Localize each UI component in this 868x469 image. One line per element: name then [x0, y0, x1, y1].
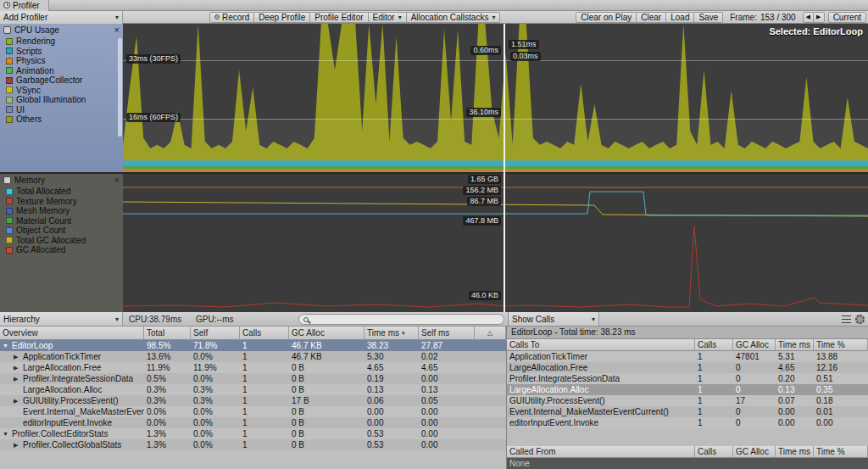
profile-editor-label: Profile Editor [314, 13, 363, 22]
column-header[interactable]: Self ms [419, 327, 475, 340]
previous-frame-button[interactable]: ◀ [803, 12, 814, 23]
legend-label: Rendering [16, 36, 55, 46]
column-header[interactable]: Time ms▾ [364, 327, 419, 340]
row-value: 0.00 [776, 417, 814, 428]
legend-item[interactable]: VSync [0, 86, 123, 96]
column-header[interactable]: Calls [695, 446, 733, 458]
table-row[interactable]: ▶ApplicationTickTimer13.6%0.0%146.7 KB5.… [0, 351, 506, 362]
profile-editor-button[interactable]: Profile Editor [310, 12, 368, 23]
frame-value[interactable]: 153 / 300 [760, 13, 796, 22]
column-header[interactable]: GC Alloc [733, 339, 776, 351]
search-box[interactable] [298, 314, 504, 325]
fold-arrow-icon[interactable]: ▼ [3, 340, 12, 351]
row-name: ApplicationTickTimer [507, 351, 695, 362]
column-header[interactable]: Time ms [776, 446, 814, 458]
sliders-icon[interactable] [842, 315, 851, 323]
table-row[interactable]: ▶Profiler.IntegrateSessionData0.5%0.0%10… [0, 373, 506, 384]
fold-arrow-icon[interactable]: ▼ [3, 428, 12, 439]
legend-item[interactable]: Physics [0, 56, 123, 66]
save-button[interactable]: Save [694, 12, 723, 23]
row-value: 0.05 [419, 395, 475, 406]
load-button[interactable]: Load [666, 12, 694, 23]
cpu-chart[interactable]: Selected: EditorLoop 33ms (30FPS)16ms (6… [123, 24, 868, 174]
detail-row[interactable]: None [507, 458, 868, 469]
table-row[interactable]: ▼EditorLoop98.5%71.8%146.7 KB38.2327.87 [0, 340, 506, 351]
legend-label: GarbageCollector [16, 75, 82, 85]
allocation-callstacks-dropdown[interactable]: Allocation Callstacks ▾ [407, 12, 501, 23]
table-row[interactable]: editorInputEvent.Invoke0.0%0.0%10 B0.000… [0, 417, 506, 428]
column-header[interactable]: Calls [240, 327, 289, 340]
column-header[interactable]: Total [144, 327, 191, 340]
clear-on-play-button[interactable]: Clear on Play [576, 12, 637, 23]
close-icon[interactable]: × [114, 176, 120, 185]
legend-item[interactable]: GC Allocated [0, 245, 123, 255]
column-header[interactable]: GC Alloc [289, 327, 364, 340]
legend-item[interactable]: Material Count [0, 216, 123, 226]
table-row[interactable]: ▶LargeAllocation.Free11.9%11.9%10 B4.654… [0, 362, 506, 373]
search-input[interactable] [311, 315, 499, 324]
detail-row[interactable]: editorInputEvent.Invoke100.000.00 [507, 417, 868, 428]
table-row[interactable]: Event.Internal_MakeMasterEventCurrent()0… [0, 406, 506, 417]
gear-icon[interactable] [855, 315, 865, 324]
row-warn [475, 340, 506, 351]
cpu-chart-band [123, 119, 868, 172]
memory-panel[interactable]: Memory × Total AllocatedTexture MemoryMe… [0, 174, 123, 312]
column-header[interactable]: Time ms [776, 339, 814, 351]
legend-item[interactable]: Rendering [0, 36, 123, 47]
legend-item[interactable]: Animation [0, 66, 123, 76]
detail-row[interactable]: GUIUtility.ProcessEvent()1170.070.18 [507, 395, 868, 406]
legend-item[interactable]: Object Count [0, 226, 123, 236]
detail-row[interactable]: Event.Internal_MakeMasterEventCurrent()1… [507, 406, 868, 417]
add-profiler-dropdown[interactable]: Add Profiler ▾ [0, 11, 123, 24]
next-frame-button[interactable]: ▶ [814, 12, 825, 23]
table-row[interactable]: ▶Profiler.CollectGlobalStats1.3%0.0%10 B… [0, 439, 506, 450]
column-header[interactable]: GC Alloc [733, 446, 776, 458]
chart-legends-column: CPU Usage × RenderingScriptsPhysicsAnima… [0, 24, 123, 312]
column-header[interactable]: Calls [695, 339, 733, 351]
hierarchy-dropdown[interactable]: Hierarchy ▾ [0, 312, 123, 326]
detail-row[interactable]: ApplicationTickTimer1478015.3113.88 [507, 351, 868, 362]
legend-item[interactable]: GarbageCollector [0, 75, 123, 86]
legend-item[interactable]: Total GC Allocated [0, 236, 123, 246]
column-header[interactable]: Self [191, 327, 240, 340]
column-header-warnings[interactable]: △ [475, 327, 506, 340]
editor-dropdown[interactable]: Editor ▾ [369, 12, 407, 23]
legend-item[interactable]: Scripts [0, 47, 123, 57]
fold-arrow-icon[interactable]: ▶ [14, 395, 23, 406]
record-button[interactable]: Record [209, 12, 254, 23]
detail-row[interactable]: LargeAllocation.Alloc100.130.35 [507, 384, 868, 395]
table-row[interactable]: ▶GUIUtility.ProcessEvent()0.3%0.3%117 B0… [0, 395, 506, 406]
deep-profile-button[interactable]: Deep Profile [254, 12, 310, 23]
calls-to-body: ApplicationTickTimer1478015.3113.88Large… [507, 351, 868, 428]
legend-item[interactable]: Others [0, 114, 123, 125]
fold-arrow-icon[interactable]: ▶ [14, 362, 23, 373]
column-header[interactable]: Overview [0, 327, 144, 340]
profiler-tab[interactable]: Profiler [0, 0, 49, 11]
legend-item[interactable]: Texture Memory [0, 197, 123, 207]
detail-row[interactable]: Profiler.IntegrateSessionData100.200.51 [507, 373, 868, 384]
fold-arrow-icon[interactable]: ▶ [14, 351, 23, 362]
column-header[interactable]: Time % [814, 339, 868, 351]
close-icon[interactable]: × [114, 25, 120, 35]
legend-item[interactable]: Global Illumination [0, 95, 123, 105]
row-value: 0.53 [364, 428, 419, 439]
fold-arrow-icon[interactable]: ▶ [14, 439, 23, 450]
detail-row[interactable]: LargeAllocation.Free104.6512.16 [507, 362, 868, 373]
cpu-time-stat: CPU:38.79ms [129, 315, 181, 324]
cpu-panel-scrollbar[interactable] [118, 38, 122, 137]
column-header[interactable]: Time % [814, 446, 868, 458]
detail-panel: EditorLoop - Total time: 38.23 ms Calls … [507, 327, 868, 469]
legend-item[interactable]: Mesh Memory [0, 206, 123, 216]
memory-chart[interactable]: 1.65 GB156.2 MB86.7 MB467.8 MB46.0 KB [123, 174, 868, 312]
current-frame-button[interactable]: Current [828, 12, 866, 23]
legend-item[interactable]: Total Allocated [0, 187, 123, 197]
clear-button[interactable]: Clear [637, 12, 666, 23]
cpu-usage-panel[interactable]: CPU Usage × RenderingScriptsPhysicsAnima… [0, 24, 123, 174]
legend-item[interactable]: UI [0, 105, 123, 115]
fold-arrow-icon[interactable]: ▶ [14, 373, 23, 384]
table-row[interactable]: ▼Profiler.CollectEditorStats1.3%0.0%10 B… [0, 428, 506, 439]
show-calls-dropdown[interactable]: Show Calls ▾ [508, 312, 599, 326]
current-frame-line[interactable] [504, 24, 505, 312]
row-name: None [507, 458, 695, 469]
table-row[interactable]: LargeAllocation.Alloc0.3%0.3%10 B0.130.1… [0, 384, 506, 395]
